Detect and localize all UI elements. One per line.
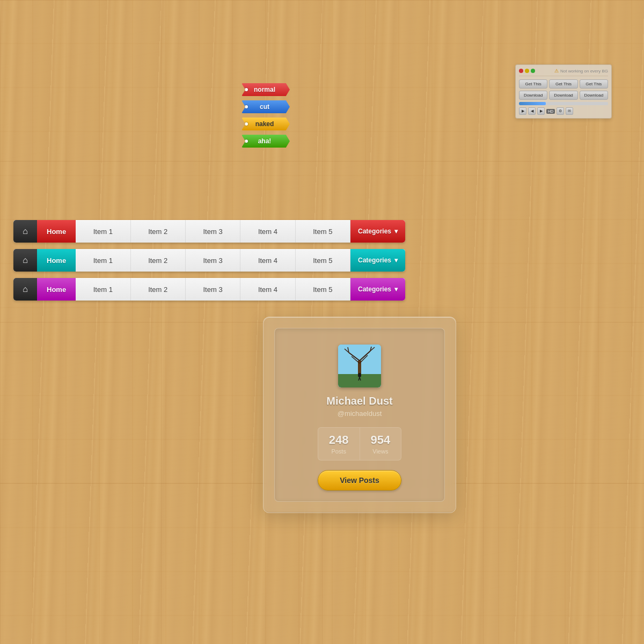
navbar-cyan: ⌂ Home Item 1 Item 2 Item 3 Item 4 Item … — [13, 249, 405, 272]
tag-normal-button[interactable]: normal — [241, 83, 290, 96]
nav-item-purple-3[interactable]: Item 3 — [186, 278, 240, 301]
nav-item-cyan-4[interactable]: Item 4 — [240, 249, 295, 272]
widget-prev-btn[interactable]: ◀ — [528, 107, 536, 115]
widget-settings-btn[interactable]: ⚙ — [557, 107, 564, 115]
nav-item-purple-4[interactable]: Item 4 — [240, 278, 295, 301]
tag-naked-button[interactable]: naked — [241, 118, 290, 130]
chevron-down-icon: ▾ — [394, 257, 398, 264]
widget-progress-fill — [519, 102, 546, 105]
chevron-down-icon: ▾ — [394, 228, 398, 235]
widget-controls: ▶ ◀ ▶ HD ⚙ ✉ — [519, 107, 608, 115]
widget-download-buttons: Download Download Download — [519, 91, 608, 100]
nav-items-red: Item 1 Item 2 Item 3 Item 4 Item 5 — [76, 220, 350, 243]
navbar-purple: ⌂ Home Item 1 Item 2 Item 3 Item 4 Item … — [13, 278, 405, 301]
tags-section: normal cut naked aha! — [241, 83, 290, 148]
widget-next-btn[interactable]: ▶ — [537, 107, 545, 115]
profile-card-inner: Michael Dust @michaeldust 248 Posts 954 … — [274, 328, 445, 502]
dot-green — [531, 69, 535, 73]
nav-item-red-3[interactable]: Item 3 — [186, 220, 240, 243]
nav-home-btn-purple[interactable]: Home — [37, 278, 76, 301]
widget-download-btn-1[interactable]: Download — [519, 91, 547, 100]
tag-aha-button[interactable]: aha! — [241, 135, 290, 148]
views-count: 954 — [371, 433, 391, 447]
nav-home-btn-red[interactable]: Home — [37, 220, 76, 243]
nav-categories-btn-red[interactable]: Categories ▾ — [350, 220, 405, 243]
dot-red — [519, 69, 523, 73]
posts-label: Posts — [331, 448, 346, 455]
profile-stat-views: 954 Views — [360, 428, 401, 460]
widget-mail-btn[interactable]: ✉ — [566, 107, 573, 115]
profile-stats: 248 Posts 954 Views — [318, 427, 401, 460]
nav-item-red-5[interactable]: Item 5 — [296, 220, 350, 243]
dot-yellow — [525, 69, 529, 73]
nav-categories-btn-cyan[interactable]: Categories ▾ — [350, 249, 405, 272]
nav-item-purple-5[interactable]: Item 5 — [296, 278, 350, 301]
nav-home-icon-cyan[interactable]: ⌂ — [13, 249, 37, 272]
profile-name: Michael Dust — [326, 395, 392, 407]
widget-play-btn[interactable]: ▶ — [519, 107, 526, 115]
nav-home-icon-red[interactable]: ⌂ — [13, 220, 37, 243]
navbars-section: ⌂ Home Item 1 Item 2 Item 3 Item 4 Item … — [13, 220, 405, 301]
nav-categories-btn-purple[interactable]: Categories ▾ — [350, 278, 405, 301]
chevron-down-icon: ▾ — [394, 286, 398, 293]
navbar-red: ⌂ Home Item 1 Item 2 Item 3 Item 4 Item … — [13, 220, 405, 243]
profile-handle: @michaeldust — [338, 409, 382, 418]
hd-badge: HD — [546, 109, 555, 114]
widget-get-btn-2[interactable]: Get This — [549, 79, 577, 89]
nav-item-cyan-2[interactable]: Item 2 — [131, 249, 186, 272]
svg-point-11 — [358, 373, 361, 377]
profile-stat-posts: 248 Posts — [318, 428, 360, 460]
nav-home-icon-purple[interactable]: ⌂ — [13, 278, 37, 301]
nav-item-cyan-1[interactable]: Item 1 — [76, 249, 130, 272]
widget-get-btn-1[interactable]: Get This — [519, 79, 547, 89]
widget-get-buttons: Get This Get This Get This — [519, 79, 608, 89]
widget-download-btn-2[interactable]: Download — [549, 91, 577, 100]
avatar-image — [338, 345, 381, 387]
nav-item-red-1[interactable]: Item 1 — [76, 220, 130, 243]
view-posts-button[interactable]: View Posts — [318, 470, 401, 491]
widget-toolbar: ⚠ Not working on every BG — [519, 68, 608, 76]
widget-warning-text: ⚠ Not working on every BG — [554, 68, 608, 74]
nav-item-purple-2[interactable]: Item 2 — [131, 278, 186, 301]
nav-items-cyan: Item 1 Item 2 Item 3 Item 4 Item 5 — [76, 249, 350, 272]
nav-item-cyan-3[interactable]: Item 3 — [186, 249, 240, 272]
nav-item-red-4[interactable]: Item 4 — [240, 220, 295, 243]
widget-download-btn-3[interactable]: Download — [580, 91, 608, 100]
nav-item-cyan-5[interactable]: Item 5 — [296, 249, 350, 272]
widget-progress-bar — [519, 102, 608, 105]
tag-cut-button[interactable]: cut — [241, 100, 290, 113]
nav-item-purple-1[interactable]: Item 1 — [76, 278, 130, 301]
top-right-widget: ⚠ Not working on every BG Get This Get T… — [515, 64, 612, 119]
profile-card-outer: Michael Dust @michaeldust 248 Posts 954 … — [263, 317, 456, 513]
nav-items-purple: Item 1 Item 2 Item 3 Item 4 Item 5 — [76, 278, 350, 301]
profile-avatar — [338, 345, 381, 387]
widget-get-btn-3[interactable]: Get This — [580, 79, 608, 89]
nav-home-btn-cyan[interactable]: Home — [37, 249, 76, 272]
views-label: Views — [372, 448, 388, 455]
profile-card-container: Michael Dust @michaeldust 248 Posts 954 … — [263, 317, 456, 513]
nav-item-red-2[interactable]: Item 2 — [131, 220, 186, 243]
posts-count: 248 — [329, 433, 349, 447]
